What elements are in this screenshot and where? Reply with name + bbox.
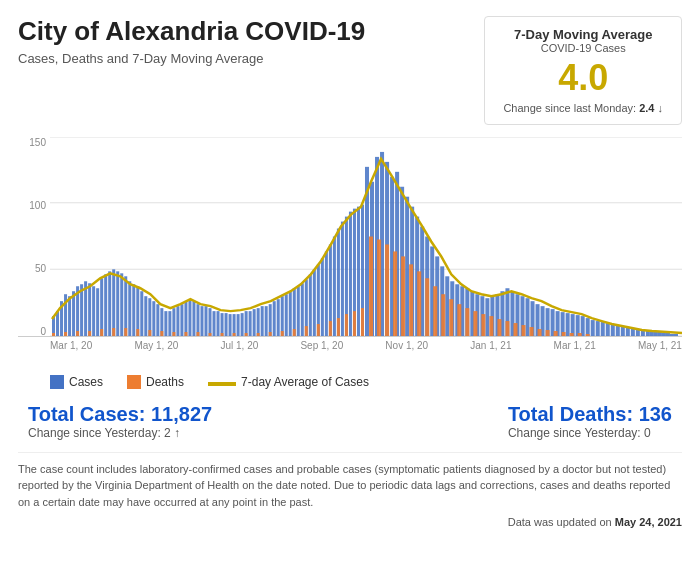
svg-rect-78 bbox=[349, 211, 352, 335]
svg-rect-148 bbox=[76, 331, 79, 336]
svg-rect-178 bbox=[401, 256, 405, 336]
svg-rect-59 bbox=[273, 301, 276, 336]
svg-rect-123 bbox=[571, 314, 575, 336]
svg-rect-33 bbox=[168, 311, 171, 336]
svg-rect-23 bbox=[128, 281, 131, 336]
card-value: 4.0 bbox=[503, 58, 663, 98]
x-label-4: Nov 1, 20 bbox=[385, 340, 428, 351]
svg-rect-56 bbox=[261, 306, 264, 336]
svg-rect-48 bbox=[229, 314, 232, 336]
x-label-3: Sep 1, 20 bbox=[300, 340, 343, 351]
svg-rect-27 bbox=[144, 296, 147, 336]
note-text: The case count includes laboratory-confi… bbox=[18, 452, 682, 511]
total-cases-block: Total Cases: 11,827 Change since Yesterd… bbox=[28, 403, 212, 440]
svg-rect-50 bbox=[237, 314, 240, 336]
svg-rect-180 bbox=[417, 271, 421, 336]
svg-rect-158 bbox=[196, 332, 199, 336]
deaths-swatch bbox=[127, 375, 141, 389]
svg-rect-183 bbox=[441, 294, 445, 336]
svg-rect-68 bbox=[309, 274, 312, 336]
svg-rect-55 bbox=[257, 308, 260, 336]
svg-rect-173 bbox=[361, 308, 364, 336]
svg-rect-188 bbox=[481, 314, 485, 336]
svg-rect-142 bbox=[662, 333, 666, 336]
svg-rect-200 bbox=[578, 333, 582, 336]
svg-rect-69 bbox=[313, 269, 316, 336]
card-change: Change since last Monday: 2.4 ↓ bbox=[503, 102, 663, 114]
svg-rect-199 bbox=[570, 333, 574, 336]
svg-rect-155 bbox=[160, 331, 163, 336]
svg-rect-30 bbox=[156, 304, 159, 336]
svg-rect-71 bbox=[321, 258, 324, 336]
svg-rect-60 bbox=[277, 299, 280, 336]
svg-rect-58 bbox=[269, 304, 272, 336]
svg-rect-76 bbox=[341, 221, 344, 335]
svg-rect-147 bbox=[64, 332, 67, 336]
svg-rect-90 bbox=[405, 196, 409, 335]
page-subtitle: Cases, Deaths and 7-Day Moving Average bbox=[18, 51, 365, 66]
svg-rect-194 bbox=[530, 327, 534, 336]
svg-rect-143 bbox=[666, 333, 670, 336]
svg-rect-38 bbox=[188, 299, 191, 336]
avg-swatch bbox=[208, 382, 236, 386]
svg-rect-168 bbox=[317, 324, 320, 336]
svg-rect-186 bbox=[465, 308, 469, 336]
svg-rect-197 bbox=[554, 331, 558, 336]
svg-rect-36 bbox=[180, 304, 183, 336]
svg-rect-62 bbox=[285, 294, 288, 336]
svg-rect-184 bbox=[449, 299, 453, 336]
svg-rect-157 bbox=[184, 332, 187, 336]
svg-rect-98 bbox=[445, 276, 449, 336]
svg-rect-32 bbox=[164, 311, 167, 336]
legend-deaths: Deaths bbox=[127, 375, 184, 389]
svg-rect-175 bbox=[377, 239, 381, 336]
y-label-0: 0 bbox=[40, 326, 46, 337]
svg-rect-164 bbox=[269, 332, 272, 336]
card-subtitle: COVID-19 Cases bbox=[503, 42, 663, 54]
svg-rect-154 bbox=[148, 330, 151, 336]
y-label-50: 50 bbox=[35, 263, 46, 274]
svg-rect-201 bbox=[586, 334, 590, 336]
legend-deaths-label: Deaths bbox=[146, 375, 184, 389]
svg-rect-57 bbox=[265, 306, 268, 336]
svg-rect-41 bbox=[200, 306, 203, 336]
svg-rect-177 bbox=[393, 251, 397, 336]
svg-rect-39 bbox=[192, 301, 195, 336]
svg-rect-195 bbox=[538, 329, 542, 336]
chart-legend: Cases Deaths 7-day Average of Cases bbox=[18, 375, 682, 389]
svg-rect-152 bbox=[124, 328, 127, 336]
svg-rect-106 bbox=[485, 298, 489, 336]
legend-cases: Cases bbox=[50, 375, 103, 389]
legend-avg-label: 7-day Average of Cases bbox=[241, 375, 369, 389]
svg-rect-53 bbox=[249, 311, 252, 336]
svg-rect-187 bbox=[473, 311, 477, 336]
svg-rect-18 bbox=[108, 271, 111, 336]
svg-rect-49 bbox=[233, 314, 236, 336]
svg-rect-29 bbox=[152, 301, 155, 336]
svg-rect-145 bbox=[674, 334, 678, 336]
svg-rect-19 bbox=[112, 269, 115, 336]
svg-rect-159 bbox=[209, 333, 212, 336]
cases-swatch bbox=[50, 375, 64, 389]
svg-rect-190 bbox=[497, 319, 501, 336]
svg-rect-156 bbox=[172, 332, 175, 336]
svg-rect-80 bbox=[357, 206, 360, 335]
svg-rect-43 bbox=[209, 308, 212, 336]
total-cases-label: Total Cases: 11,827 bbox=[28, 403, 212, 426]
svg-rect-35 bbox=[176, 306, 179, 336]
svg-rect-26 bbox=[140, 291, 143, 336]
svg-rect-182 bbox=[433, 286, 437, 336]
svg-rect-51 bbox=[241, 313, 244, 336]
svg-rect-160 bbox=[221, 333, 224, 336]
svg-rect-170 bbox=[337, 318, 340, 336]
svg-rect-149 bbox=[88, 331, 91, 336]
svg-rect-114 bbox=[526, 298, 530, 336]
svg-rect-24 bbox=[132, 284, 135, 336]
svg-rect-64 bbox=[293, 288, 296, 336]
svg-rect-52 bbox=[245, 311, 248, 336]
cases-change: Change since Yesterday: 2 ↑ bbox=[28, 426, 212, 440]
svg-rect-14 bbox=[92, 286, 95, 336]
x-label-7: May 1, 21 bbox=[638, 340, 682, 351]
svg-rect-131 bbox=[611, 324, 615, 336]
svg-rect-45 bbox=[217, 311, 220, 336]
